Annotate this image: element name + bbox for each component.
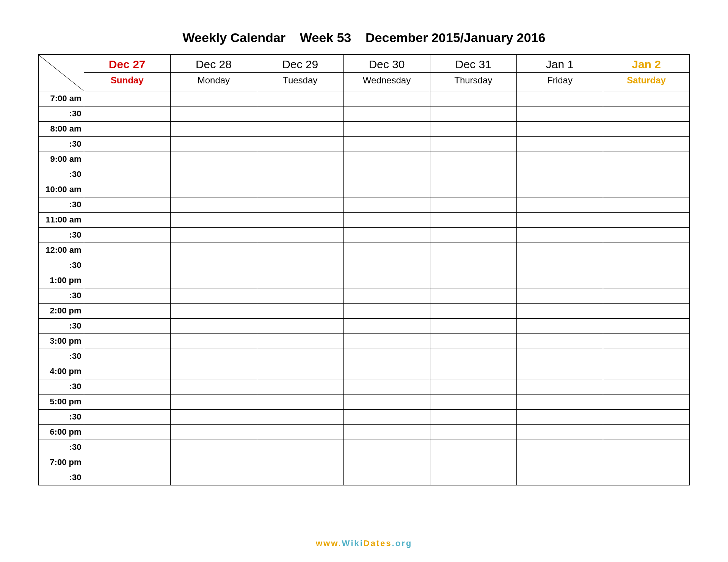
calendar-slot[interactable] [344, 106, 430, 121]
calendar-slot[interactable] [603, 121, 690, 136]
calendar-slot[interactable] [84, 349, 170, 364]
calendar-slot[interactable] [430, 121, 516, 136]
calendar-slot[interactable] [344, 333, 430, 349]
calendar-slot[interactable] [170, 333, 257, 349]
calendar-slot[interactable] [603, 394, 690, 409]
calendar-slot[interactable] [603, 227, 690, 243]
calendar-slot[interactable] [430, 258, 516, 273]
calendar-slot[interactable] [84, 152, 170, 167]
calendar-slot[interactable] [84, 106, 170, 121]
calendar-slot[interactable] [257, 318, 344, 333]
calendar-slot[interactable] [516, 440, 603, 455]
calendar-slot[interactable] [516, 455, 603, 470]
calendar-slot[interactable] [170, 227, 257, 243]
calendar-slot[interactable] [516, 303, 603, 318]
calendar-slot[interactable] [170, 182, 257, 197]
calendar-slot[interactable] [257, 182, 344, 197]
footer-link[interactable]: www.WikiDates.org [0, 539, 728, 548]
calendar-slot[interactable] [516, 136, 603, 152]
calendar-slot[interactable] [84, 333, 170, 349]
calendar-slot[interactable] [257, 106, 344, 121]
calendar-slot[interactable] [344, 182, 430, 197]
calendar-slot[interactable] [516, 288, 603, 303]
calendar-slot[interactable] [430, 182, 516, 197]
calendar-slot[interactable] [344, 136, 430, 152]
calendar-slot[interactable] [516, 349, 603, 364]
calendar-slot[interactable] [170, 394, 257, 409]
calendar-slot[interactable] [257, 455, 344, 470]
calendar-slot[interactable] [344, 91, 430, 106]
calendar-slot[interactable] [516, 91, 603, 106]
calendar-slot[interactable] [344, 121, 430, 136]
calendar-slot[interactable] [516, 394, 603, 409]
calendar-slot[interactable] [603, 318, 690, 333]
calendar-slot[interactable] [603, 424, 690, 440]
calendar-slot[interactable] [344, 273, 430, 288]
calendar-slot[interactable] [430, 379, 516, 394]
calendar-slot[interactable] [170, 121, 257, 136]
calendar-slot[interactable] [170, 258, 257, 273]
calendar-slot[interactable] [430, 152, 516, 167]
calendar-slot[interactable] [257, 273, 344, 288]
calendar-slot[interactable] [84, 318, 170, 333]
calendar-slot[interactable] [603, 136, 690, 152]
calendar-slot[interactable] [430, 303, 516, 318]
calendar-slot[interactable] [430, 227, 516, 243]
calendar-slot[interactable] [84, 288, 170, 303]
calendar-slot[interactable] [84, 227, 170, 243]
calendar-slot[interactable] [170, 197, 257, 212]
calendar-slot[interactable] [170, 288, 257, 303]
calendar-slot[interactable] [603, 470, 690, 485]
calendar-slot[interactable] [84, 258, 170, 273]
calendar-slot[interactable] [84, 243, 170, 258]
calendar-slot[interactable] [257, 258, 344, 273]
calendar-slot[interactable] [344, 288, 430, 303]
calendar-slot[interactable] [516, 106, 603, 121]
calendar-slot[interactable] [170, 243, 257, 258]
calendar-slot[interactable] [344, 212, 430, 227]
calendar-slot[interactable] [344, 243, 430, 258]
calendar-slot[interactable] [430, 243, 516, 258]
calendar-slot[interactable] [516, 197, 603, 212]
calendar-slot[interactable] [257, 303, 344, 318]
calendar-slot[interactable] [344, 470, 430, 485]
calendar-slot[interactable] [84, 440, 170, 455]
calendar-slot[interactable] [430, 333, 516, 349]
calendar-slot[interactable] [344, 379, 430, 394]
calendar-slot[interactable] [84, 455, 170, 470]
calendar-slot[interactable] [603, 167, 690, 182]
calendar-slot[interactable] [170, 167, 257, 182]
calendar-slot[interactable] [430, 106, 516, 121]
calendar-slot[interactable] [84, 394, 170, 409]
calendar-slot[interactable] [257, 91, 344, 106]
calendar-slot[interactable] [84, 121, 170, 136]
calendar-slot[interactable] [84, 303, 170, 318]
calendar-slot[interactable] [257, 333, 344, 349]
calendar-slot[interactable] [516, 424, 603, 440]
calendar-slot[interactable] [603, 379, 690, 394]
calendar-slot[interactable] [516, 212, 603, 227]
calendar-slot[interactable] [170, 273, 257, 288]
calendar-slot[interactable] [257, 152, 344, 167]
calendar-slot[interactable] [257, 424, 344, 440]
calendar-slot[interactable] [603, 455, 690, 470]
calendar-slot[interactable] [516, 243, 603, 258]
calendar-slot[interactable] [170, 136, 257, 152]
calendar-slot[interactable] [84, 91, 170, 106]
calendar-slot[interactable] [430, 273, 516, 288]
calendar-slot[interactable] [344, 197, 430, 212]
calendar-slot[interactable] [257, 288, 344, 303]
calendar-slot[interactable] [170, 318, 257, 333]
calendar-slot[interactable] [257, 349, 344, 364]
calendar-slot[interactable] [430, 91, 516, 106]
calendar-slot[interactable] [430, 136, 516, 152]
calendar-slot[interactable] [603, 258, 690, 273]
calendar-slot[interactable] [170, 91, 257, 106]
calendar-slot[interactable] [516, 167, 603, 182]
calendar-slot[interactable] [516, 364, 603, 379]
calendar-slot[interactable] [257, 364, 344, 379]
calendar-slot[interactable] [516, 227, 603, 243]
calendar-slot[interactable] [603, 182, 690, 197]
calendar-slot[interactable] [257, 212, 344, 227]
calendar-slot[interactable] [603, 440, 690, 455]
